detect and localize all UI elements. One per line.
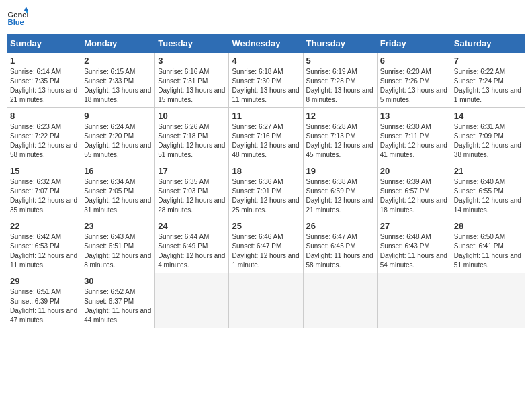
calendar-cell: 14 Sunrise: 6:31 AMSunset: 7:09 PMDaylig… [451,108,525,163]
cell-content: Sunrise: 6:23 AMSunset: 7:22 PMDaylight:… [10,123,77,158]
cell-content: Sunrise: 6:28 AMSunset: 7:13 PMDaylight:… [306,123,373,158]
calendar-cell: 5 Sunrise: 6:19 AMSunset: 7:28 PMDayligh… [303,53,377,108]
cell-content: Sunrise: 6:42 AMSunset: 6:53 PMDaylight:… [10,233,77,269]
calendar-cell [377,273,451,328]
cell-content: Sunrise: 6:26 AMSunset: 7:18 PMDaylight:… [158,123,225,158]
header-sunday: Sunday [7,34,81,53]
day-number: 16 [84,166,152,176]
cell-content: Sunrise: 6:15 AMSunset: 7:33 PMDaylight:… [84,68,151,103]
calendar-cell: 8 Sunrise: 6:23 AMSunset: 7:22 PMDayligh… [7,108,81,163]
svg-marker-2 [24,7,28,11]
day-number: 12 [306,111,374,121]
cell-content: Sunrise: 6:20 AMSunset: 7:26 PMDaylight:… [380,68,447,103]
cell-content: Sunrise: 6:52 AMSunset: 6:37 PMDaylight:… [84,288,151,324]
calendar-cell: 30 Sunrise: 6:52 AMSunset: 6:37 PMDaylig… [81,273,155,328]
cell-content: Sunrise: 6:22 AMSunset: 7:24 PMDaylight:… [454,68,521,103]
cell-content: Sunrise: 6:38 AMSunset: 6:59 PMDaylight:… [306,178,373,214]
cell-content: Sunrise: 6:43 AMSunset: 6:51 PMDaylight:… [84,233,151,269]
cell-content: Sunrise: 6:36 AMSunset: 7:01 PMDaylight:… [232,178,299,214]
cell-content: Sunrise: 6:35 AMSunset: 7:03 PMDaylight:… [158,178,225,214]
calendar-cell: 21 Sunrise: 6:40 AMSunset: 6:55 PMDaylig… [451,163,525,218]
day-number: 9 [84,111,152,121]
day-number: 7 [454,56,522,66]
calendar-cell: 19 Sunrise: 6:38 AMSunset: 6:59 PMDaylig… [303,163,377,218]
day-number: 20 [380,166,448,176]
cell-content: Sunrise: 6:16 AMSunset: 7:31 PMDaylight:… [158,68,225,103]
cell-content: Sunrise: 6:40 AMSunset: 6:55 PMDaylight:… [454,178,521,214]
cell-content: Sunrise: 6:19 AMSunset: 7:28 PMDaylight:… [306,68,373,103]
calendar-cell: 12 Sunrise: 6:28 AMSunset: 7:13 PMDaylig… [303,108,377,163]
header-thursday: Thursday [303,34,377,53]
calendar-table: SundayMondayTuesdayWednesdayThursdayFrid… [7,34,525,328]
day-number: 24 [158,221,226,231]
calendar-cell: 17 Sunrise: 6:35 AMSunset: 7:03 PMDaylig… [155,163,229,218]
calendar-cell: 11 Sunrise: 6:27 AMSunset: 7:16 PMDaylig… [229,108,303,163]
logo: General Blue [7,7,31,28]
calendar-cell: 26 Sunrise: 6:47 AMSunset: 6:45 PMDaylig… [303,218,377,273]
calendar-week-row: 15 Sunrise: 6:32 AMSunset: 7:07 PMDaylig… [7,163,525,218]
header-monday: Monday [81,34,155,53]
calendar-cell [155,273,229,328]
calendar-cell: 4 Sunrise: 6:18 AMSunset: 7:30 PMDayligh… [229,53,303,108]
calendar-cell: 15 Sunrise: 6:32 AMSunset: 7:07 PMDaylig… [7,163,81,218]
calendar-cell: 29 Sunrise: 6:51 AMSunset: 6:39 PMDaylig… [7,273,81,328]
day-number: 3 [158,56,226,66]
day-number: 17 [158,166,226,176]
header-tuesday: Tuesday [155,34,229,53]
svg-text:Blue: Blue [8,18,24,26]
day-number: 19 [306,166,374,176]
calendar-header-row: SundayMondayTuesdayWednesdayThursdayFrid… [7,34,525,53]
calendar-cell: 27 Sunrise: 6:48 AMSunset: 6:43 PMDaylig… [377,218,451,273]
day-number: 29 [10,276,78,286]
cell-content: Sunrise: 6:39 AMSunset: 6:57 PMDaylight:… [380,178,447,214]
day-number: 21 [454,166,522,176]
day-number: 14 [454,111,522,121]
cell-content: Sunrise: 6:32 AMSunset: 7:07 PMDaylight:… [10,178,77,214]
calendar-cell: 22 Sunrise: 6:42 AMSunset: 6:53 PMDaylig… [7,218,81,273]
header-wednesday: Wednesday [229,34,303,53]
cell-content: Sunrise: 6:18 AMSunset: 7:30 PMDaylight:… [232,68,299,103]
calendar-cell: 16 Sunrise: 6:34 AMSunset: 7:05 PMDaylig… [81,163,155,218]
calendar-week-row: 8 Sunrise: 6:23 AMSunset: 7:22 PMDayligh… [7,108,525,163]
calendar-cell: 10 Sunrise: 6:26 AMSunset: 7:18 PMDaylig… [155,108,229,163]
calendar-week-row: 1 Sunrise: 6:14 AMSunset: 7:35 PMDayligh… [7,53,525,108]
day-number: 13 [380,111,448,121]
calendar-cell: 13 Sunrise: 6:30 AMSunset: 7:11 PMDaylig… [377,108,451,163]
header: General Blue [7,7,525,28]
cell-content: Sunrise: 6:31 AMSunset: 7:09 PMDaylight:… [454,123,521,158]
day-number: 15 [10,166,78,176]
calendar-cell: 7 Sunrise: 6:22 AMSunset: 7:24 PMDayligh… [451,53,525,108]
day-number: 8 [10,111,78,121]
calendar-week-row: 29 Sunrise: 6:51 AMSunset: 6:39 PMDaylig… [7,273,525,328]
day-number: 11 [232,111,300,121]
calendar-cell [229,273,303,328]
calendar-cell: 20 Sunrise: 6:39 AMSunset: 6:57 PMDaylig… [377,163,451,218]
day-number: 2 [84,56,152,66]
day-number: 27 [380,221,448,231]
day-number: 28 [454,221,522,231]
calendar-cell [451,273,525,328]
calendar-cell: 3 Sunrise: 6:16 AMSunset: 7:31 PMDayligh… [155,53,229,108]
day-number: 5 [306,56,374,66]
day-number: 1 [10,56,78,66]
cell-content: Sunrise: 6:14 AMSunset: 7:35 PMDaylight:… [10,68,77,103]
day-number: 18 [232,166,300,176]
cell-content: Sunrise: 6:24 AMSunset: 7:20 PMDaylight:… [84,123,151,158]
cell-content: Sunrise: 6:44 AMSunset: 6:49 PMDaylight:… [158,233,225,269]
cell-content: Sunrise: 6:30 AMSunset: 7:11 PMDaylight:… [380,123,447,158]
cell-content: Sunrise: 6:47 AMSunset: 6:45 PMDaylight:… [306,233,373,269]
day-number: 23 [84,221,152,231]
calendar-cell: 18 Sunrise: 6:36 AMSunset: 7:01 PMDaylig… [229,163,303,218]
svg-text:General: General [8,11,28,19]
calendar-cell: 24 Sunrise: 6:44 AMSunset: 6:49 PMDaylig… [155,218,229,273]
header-saturday: Saturday [451,34,525,53]
calendar-cell: 2 Sunrise: 6:15 AMSunset: 7:33 PMDayligh… [81,53,155,108]
cell-content: Sunrise: 6:51 AMSunset: 6:39 PMDaylight:… [10,288,77,324]
header-friday: Friday [377,34,451,53]
calendar-week-row: 22 Sunrise: 6:42 AMSunset: 6:53 PMDaylig… [7,218,525,273]
day-number: 30 [84,276,152,286]
calendar-cell: 6 Sunrise: 6:20 AMSunset: 7:26 PMDayligh… [377,53,451,108]
calendar-cell: 25 Sunrise: 6:46 AMSunset: 6:47 PMDaylig… [229,218,303,273]
day-number: 6 [380,56,448,66]
cell-content: Sunrise: 6:48 AMSunset: 6:43 PMDaylight:… [380,233,447,269]
